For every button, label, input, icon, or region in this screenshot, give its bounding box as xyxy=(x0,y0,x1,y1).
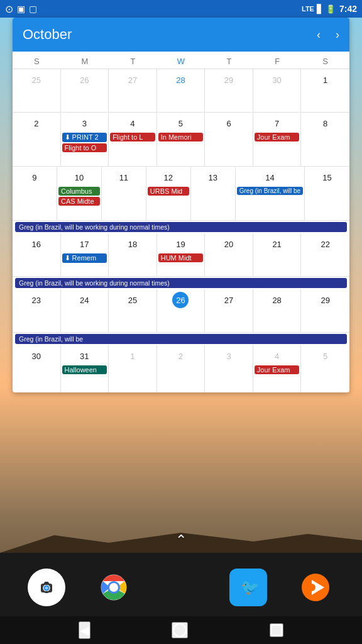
play-music-icon[interactable] xyxy=(297,569,334,606)
day-oct7[interactable]: 7 Jour Exam xyxy=(253,113,302,166)
week-6: Greg (in Brazil, will be 30 31 Halloween… xyxy=(13,333,349,392)
week-2: 2 3 ⬇ PRINT 2 Flight to O 4 Flight to L … xyxy=(13,113,349,167)
event-remem[interactable]: ⬇ Remem xyxy=(62,253,107,263)
twitter-app-icon[interactable]: 🐦 xyxy=(229,569,267,606)
day-oct21[interactable]: 21 xyxy=(253,233,302,276)
day-sep30[interactable]: 30 xyxy=(253,69,302,112)
day-oct8[interactable]: 8 xyxy=(301,113,349,166)
app-icons-row: 🐦 xyxy=(0,553,362,616)
day-oct6[interactable]: 6 xyxy=(205,113,253,166)
day-oct23[interactable]: 23 xyxy=(13,289,61,332)
dow-wednesday: W xyxy=(157,52,206,69)
twitter-svg: 🐦 xyxy=(236,575,260,599)
dow-thursday: T xyxy=(205,52,253,69)
svg-point-10 xyxy=(308,584,315,591)
greg-event-week4[interactable]: Greg (in Brazil, will be working during … xyxy=(15,222,347,232)
event-flight-o[interactable]: Flight to O xyxy=(62,143,107,152)
day-oct15[interactable]: 15 xyxy=(305,167,349,220)
week-5-days: 23 24 25 26 27 28 29 xyxy=(13,289,349,332)
event-hum-mid[interactable]: HUM Midt xyxy=(158,253,204,262)
day-sep29[interactable]: 29 xyxy=(205,69,253,112)
event-in-memori[interactable]: In Memori xyxy=(158,133,204,142)
day-nov3[interactable]: 3 xyxy=(205,345,253,392)
day-oct12[interactable]: 12 URBS Mid xyxy=(146,167,191,220)
week-4-days: 16 17 ⬇ Remem 18 19 HUM Midt 20 21 22 xyxy=(13,233,349,276)
back-button[interactable]: ◀ xyxy=(79,621,90,639)
week-4-spanning: Greg (in Brazil, will be working during … xyxy=(13,221,349,233)
day-sep26[interactable]: 26 xyxy=(61,69,109,112)
day-oct24[interactable]: 24 xyxy=(61,289,109,332)
day-nov1[interactable]: 1 xyxy=(109,345,157,392)
days-of-week-row: S M T W T F S xyxy=(13,52,349,69)
day-oct14[interactable]: 14 Greg (in Brazil, will be xyxy=(236,167,305,220)
day-sep25[interactable]: 25 xyxy=(13,69,61,112)
day-oct30[interactable]: 30 xyxy=(13,345,61,392)
day-oct9[interactable]: 9 xyxy=(13,167,57,220)
day-sep27[interactable]: 27 xyxy=(109,69,157,112)
event-urbs-mid[interactable]: URBS Mid xyxy=(148,187,189,196)
day-oct25[interactable]: 25 xyxy=(109,289,157,332)
day-oct1[interactable]: 1 xyxy=(301,69,349,112)
event-halloween[interactable]: Halloween xyxy=(62,365,107,374)
camera-app-icon[interactable] xyxy=(28,569,65,606)
battery-icon: 🔋 xyxy=(326,4,336,14)
day-oct19[interactable]: 19 HUM Midt xyxy=(157,233,206,276)
day-nov4[interactable]: 4 Jour Exam xyxy=(253,345,302,392)
camera-svg xyxy=(35,576,58,599)
day-oct11[interactable]: 11 xyxy=(102,167,146,220)
week-3: 9 10 Columbus CAS Midte 11 12 URBS Mid 1… xyxy=(13,167,349,221)
status-bar: ⊙ ▣ ▢ LTE ▋ 🔋 7:42 xyxy=(0,0,362,18)
day-oct4[interactable]: 4 Flight to L xyxy=(109,113,157,166)
chevron-up-icon[interactable]: ⌃ xyxy=(175,532,187,548)
dow-tuesday: T xyxy=(109,52,157,69)
day-oct26[interactable]: 26 xyxy=(157,289,206,332)
day-oct16[interactable]: 16 xyxy=(13,233,61,276)
day-oct10[interactable]: 10 Columbus CAS Midte xyxy=(57,167,102,220)
week-1-days: 25 26 27 28 29 30 1 xyxy=(13,69,349,112)
prev-month-button[interactable]: ‹ xyxy=(317,28,321,42)
instagram-icon2: ▢ xyxy=(29,4,37,14)
event-greg-week3[interactable]: Greg (in Brazil, will be xyxy=(237,187,303,195)
day-oct29[interactable]: 29 xyxy=(301,289,349,332)
event-cas-midterm[interactable]: CAS Midte xyxy=(58,197,100,206)
week-4: Greg (in Brazil, will be working during … xyxy=(13,221,349,277)
greg-event-week6[interactable]: Greg (in Brazil, will be xyxy=(15,334,347,344)
day-nov2[interactable]: 2 xyxy=(157,345,206,392)
day-oct22[interactable]: 22 xyxy=(301,233,349,276)
day-oct5[interactable]: 5 In Memori xyxy=(157,113,206,166)
event-jour-exam1[interactable]: Jour Exam xyxy=(255,133,300,142)
day-oct17[interactable]: 17 ⬇ Remem xyxy=(61,233,109,276)
empty-slot xyxy=(162,569,200,606)
next-month-button[interactable]: › xyxy=(336,28,339,42)
event-columbus[interactable]: Columbus xyxy=(58,187,100,196)
lte-icon: LTE xyxy=(302,5,314,13)
chrome-svg xyxy=(96,570,131,605)
day-sep28[interactable]: 28 xyxy=(157,69,206,112)
day-nov5[interactable]: 5 xyxy=(301,345,349,392)
week-1: 25 26 27 28 29 30 1 xyxy=(13,69,349,113)
recents-button[interactable] xyxy=(270,623,283,637)
circle-icon: ⊙ xyxy=(5,3,13,15)
day-oct2[interactable]: 2 xyxy=(13,113,61,166)
event-jour-exam2[interactable]: Jour Exam xyxy=(255,365,300,374)
day-oct18[interactable]: 18 xyxy=(109,233,157,276)
day-oct3[interactable]: 3 ⬇ PRINT 2 Flight to O xyxy=(61,113,109,166)
event-print2[interactable]: ⬇ PRINT 2 xyxy=(62,133,107,142)
day-oct20[interactable]: 20 xyxy=(205,233,253,276)
status-bar-left: ⊙ ▣ ▢ xyxy=(5,3,37,15)
day-oct31[interactable]: 31 Halloween xyxy=(61,345,109,392)
svg-point-3 xyxy=(45,586,48,589)
time-display: 7:42 xyxy=(339,4,357,14)
greg-event-week5[interactable]: Greg (in Brazil, will be working during … xyxy=(15,278,347,288)
chrome-app-icon[interactable] xyxy=(95,569,133,606)
day-oct28[interactable]: 28 xyxy=(253,289,302,332)
week-5-spanning: Greg (in Brazil, will be working during … xyxy=(13,277,349,289)
day-oct13[interactable]: 13 xyxy=(191,167,236,220)
day-oct27[interactable]: 27 xyxy=(205,289,253,332)
system-nav: ◀ xyxy=(0,616,362,644)
svg-text:🐦: 🐦 xyxy=(241,578,260,596)
signal-icon: ▋ xyxy=(317,4,323,14)
event-flight-l[interactable]: Flight to L xyxy=(110,133,155,142)
home-button[interactable] xyxy=(172,622,188,638)
calendar-nav: ‹ › xyxy=(317,28,339,42)
